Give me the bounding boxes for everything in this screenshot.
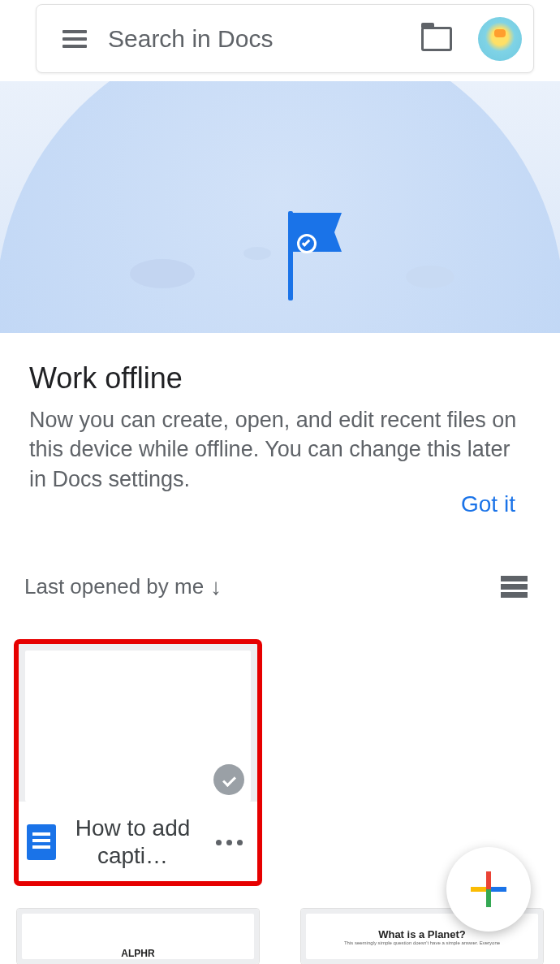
offline-title: Work offline: [29, 361, 531, 396]
document-thumbnail: ALPHR: [17, 909, 259, 964]
document-title: How to add capti…: [64, 815, 201, 869]
document-thumbnail: [17, 642, 259, 802]
offline-check-icon: [213, 764, 244, 795]
sort-dropdown[interactable]: Last opened by me ↓: [24, 574, 222, 600]
offline-description: Now you can create, open, and edit recen…: [29, 405, 531, 494]
offline-banner: Work offline Now you can create, open, a…: [29, 361, 531, 494]
docs-app-icon: [27, 824, 56, 860]
list-view-icon[interactable]: [503, 573, 528, 600]
got-it-button[interactable]: Got it: [461, 491, 515, 517]
new-document-fab[interactable]: [446, 847, 531, 932]
document-card[interactable]: How to add capti…: [16, 642, 260, 884]
sort-label-text: Last opened by me: [24, 574, 204, 599]
document-footer: How to add capti…: [17, 802, 259, 883]
arrow-down-icon: ↓: [210, 574, 222, 600]
thumbnail-text: ALPHR: [121, 948, 154, 959]
plus-icon: [471, 871, 506, 907]
thumbnail-title: What is a Planet?: [378, 928, 466, 940]
folder-icon[interactable]: [421, 27, 452, 51]
search-bar: Search in Docs: [36, 4, 534, 73]
search-input[interactable]: Search in Docs: [108, 25, 421, 53]
more-icon[interactable]: [209, 833, 249, 852]
document-card[interactable]: ALPHR: [16, 908, 260, 964]
offline-hero-illustration: [0, 81, 560, 333]
menu-icon[interactable]: [62, 26, 87, 52]
avatar[interactable]: [478, 17, 522, 61]
sort-row: Last opened by me ↓: [24, 573, 528, 600]
thumbnail-subtitle: This seemingly simple question doesn't h…: [344, 940, 500, 945]
